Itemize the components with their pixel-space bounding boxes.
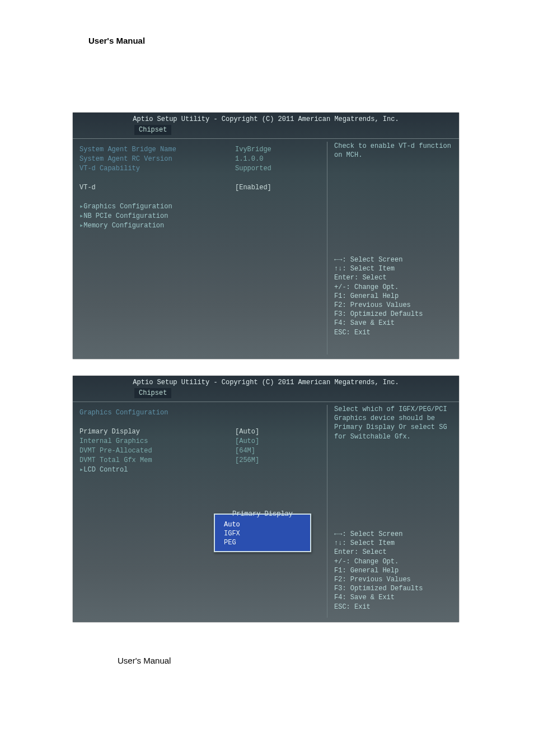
- help-f3: F3: Optimized Defaults: [334, 584, 455, 593]
- help-select-item: ↑↓: Select Item: [334, 539, 455, 548]
- submenu-nb-pcie-config[interactable]: NB PCIe Configuration: [79, 212, 253, 221]
- value-vtd-capability: Supported: [235, 164, 330, 174]
- popup-option-peg[interactable]: PEG: [223, 538, 305, 547]
- label-sa-rc-version: System Agent RC Version: [79, 155, 253, 164]
- help-f1: F1: General Help: [334, 292, 455, 301]
- value-primary-display[interactable]: [Auto]: [235, 427, 330, 437]
- option-dvmt-prealloc[interactable]: DVMT Pre-Allocated: [79, 446, 253, 456]
- page-header: User's Manual: [88, 36, 534, 45]
- popup-primary-display[interactable]: Primary Display Auto IGFX PEG: [214, 514, 311, 552]
- help-change-opt: +/-: Change Opt.: [334, 557, 455, 566]
- key-help-block: ←→: Select Screen ↑↓: Select Item Enter:…: [327, 530, 455, 612]
- key-help-block: ←→: Select Screen ↑↓: Select Item Enter:…: [327, 255, 455, 337]
- submenu-graphics-config[interactable]: Graphics Configuration: [79, 202, 253, 212]
- help-f1: F1: General Help: [334, 566, 455, 575]
- bios-screenshot-chipset: Aptio Setup Utility - Copyright (C) 2011…: [73, 113, 459, 359]
- value-internal-graphics[interactable]: [Auto]: [235, 437, 330, 446]
- help-enter: Enter: Select: [334, 548, 455, 557]
- help-f4: F4: Save & Exit: [334, 319, 455, 328]
- option-dvmt-total[interactable]: DVMT Total Gfx Mem: [79, 456, 253, 465]
- page-footer: User's Manual: [118, 656, 534, 665]
- value-sa-rc-version: 1.1.0.0: [235, 155, 330, 164]
- value-sa-bridge-name: IvyBridge: [235, 145, 330, 155]
- option-help-line4: for Switchable Gfx.: [334, 432, 455, 441]
- label-sa-bridge-name: System Agent Bridge Name: [79, 145, 253, 155]
- help-select-item: ↑↓: Select Item: [334, 264, 455, 273]
- option-internal-graphics[interactable]: Internal Graphics: [79, 437, 253, 446]
- option-vtd[interactable]: VT-d: [79, 183, 253, 193]
- option-help-line2: on MCH.: [334, 151, 455, 160]
- label-vtd-capability: VT-d Capability: [79, 164, 253, 174]
- popup-option-auto[interactable]: Auto: [223, 520, 305, 529]
- option-help-line3: Primary Display Or select SG: [334, 423, 455, 432]
- popup-option-igfx[interactable]: IGFX: [223, 529, 305, 538]
- value-vtd[interactable]: [Enabled]: [235, 183, 330, 193]
- help-f2: F2: Previous Values: [334, 301, 455, 310]
- bios-tab-chipset[interactable]: Chipset: [134, 388, 171, 398]
- document-page: User's Manual Aptio Setup Utility - Copy…: [0, 36, 534, 665]
- submenu-lcd-control[interactable]: LCD Control: [79, 465, 253, 475]
- help-enter: Enter: Select: [334, 273, 455, 282]
- value-dvmt-total[interactable]: [256M]: [235, 456, 330, 465]
- value-dvmt-prealloc[interactable]: [64M]: [235, 446, 330, 456]
- bios-tab-bar: Chipset: [73, 125, 459, 135]
- popup-title: Primary Display: [222, 510, 303, 519]
- submenu-memory-config[interactable]: Memory Configuration: [79, 221, 253, 231]
- option-help-line1: Check to enable VT-d function: [334, 142, 455, 151]
- option-primary-display[interactable]: Primary Display: [79, 427, 253, 437]
- option-help-line1: Select which of IGFX/PEG/PCI: [334, 405, 455, 414]
- help-select-screen: ←→: Select Screen: [334, 255, 455, 264]
- bios-tab-chipset[interactable]: Chipset: [134, 125, 171, 135]
- help-f2: F2: Previous Values: [334, 575, 455, 584]
- help-f4: F4: Save & Exit: [334, 593, 455, 602]
- bios-tab-bar: Chipset: [73, 388, 459, 398]
- help-f3: F3: Optimized Defaults: [334, 310, 455, 319]
- section-heading-graphics: Graphics Configuration: [79, 408, 253, 418]
- bios-screenshot-graphics-config: Aptio Setup Utility - Copyright (C) 2011…: [73, 376, 459, 622]
- bios-title: Aptio Setup Utility - Copyright (C) 2011…: [73, 376, 459, 387]
- option-help-line2: Graphics device should be: [334, 414, 455, 423]
- help-esc: ESC: Exit: [334, 328, 455, 337]
- help-change-opt: +/-: Change Opt.: [334, 283, 455, 292]
- help-select-screen: ←→: Select Screen: [334, 530, 455, 539]
- bios-title: Aptio Setup Utility - Copyright (C) 2011…: [73, 113, 459, 124]
- help-esc: ESC: Exit: [334, 603, 455, 612]
